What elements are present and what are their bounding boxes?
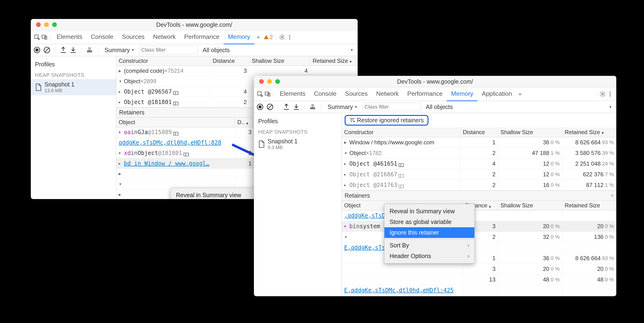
table-row[interactable]: 3 200 % 200 % [342,264,616,274]
collapse-icon[interactable]: ▼ [119,182,122,186]
menu-store-global[interactable]: Store as global variable [384,217,474,227]
menu-reveal[interactable]: Reveal in Summary view [171,190,261,199]
table-row[interactable]: 13 480 % 480 % [342,274,616,285]
expand-icon[interactable]: ▶ [119,90,122,94]
gc-icon[interactable] [309,103,316,111]
menu-reveal[interactable]: Reveal in Summary view [384,206,474,217]
view-dropdown[interactable]: Summary▼ [102,47,137,54]
class-filter-input[interactable] [139,46,198,54]
devtools-link-icon[interactable] [398,173,404,176]
tab-application[interactable]: Application [478,87,516,101]
tab-sources[interactable]: Sources [118,30,149,44]
collapse-icon[interactable]: ▼ [344,151,348,155]
chevron-down-icon[interactable]: ▼ [609,105,614,109]
tabs-overflow-icon[interactable]: » [254,34,262,40]
col-shallow[interactable]: Shallow Size [250,56,310,66]
tab-memory[interactable]: Memory [447,87,478,101]
col-shallow[interactable]: Shallow Size [498,201,562,210]
col-retained[interactable]: Retained Size [562,201,616,210]
snapshot-item[interactable]: Snapshot 1 9.3 MB [254,136,342,152]
gc-icon[interactable] [86,46,93,54]
expand-icon[interactable]: ▶ [344,141,348,144]
tab-performance[interactable]: Performance [180,30,224,44]
collapse-icon[interactable]: ▼ [119,151,122,155]
clear-icon[interactable] [266,103,274,111]
table-row[interactable]: E,qddgKe,sTs [342,242,616,253]
tab-sources[interactable]: Sources [341,87,372,101]
tab-elements[interactable]: Elements [52,30,86,44]
expand-icon[interactable]: ▶ [344,173,348,176]
kebab-icon[interactable] [286,34,294,41]
col-shallow[interactable]: Shallow Size [498,128,562,137]
col-retained[interactable]: Retained Size▼ [562,128,616,137]
devtools-link-icon[interactable] [173,90,178,94]
col-distance[interactable]: Distance [460,128,498,137]
table-row[interactable]: ▶Object @461651 4 120 % 2 251 04824 % [342,159,616,169]
col-constructor[interactable]: Constructor [342,128,460,137]
col-object[interactable]: Object [116,118,235,127]
devtools-link-icon[interactable] [398,183,404,187]
col-distance[interactable]: D..▲ [235,118,254,127]
devtools-link-icon[interactable] [184,151,189,155]
kebab-icon[interactable] [606,90,614,98]
expand-icon[interactable]: ▶ [119,193,122,196]
table-row[interactable]: ▼b in system / Context @? 3 200 % 200 % [342,221,616,232]
export-icon[interactable] [60,46,67,54]
import-icon[interactable] [70,46,77,54]
collapse-icon[interactable]: ▼ [119,79,122,83]
expand-icon[interactable]: ▶ [119,162,122,165]
gear-icon[interactable] [599,90,606,98]
expand-icon[interactable]: ▶ [344,162,348,166]
table-row[interactable]: ,qddgKe,sTsDMc,dtl0hd,eHDfl:932 [342,210,616,221]
export-icon[interactable] [282,103,290,111]
col-constructor[interactable]: Constructor [116,56,210,66]
device-toggle-icon[interactable] [41,34,48,41]
scope-dropdown[interactable]: All objects [424,104,455,110]
table-row[interactable]: ▶Window / https://www.google.com 1 360 %… [342,137,616,148]
collapse-icon[interactable]: ▼ [119,130,122,134]
clear-icon[interactable] [43,46,51,54]
tab-network[interactable]: Network [149,30,180,44]
tab-elements[interactable]: Elements [276,87,310,101]
table-row[interactable]: 1 360 % 8 626 66493 % [342,253,616,264]
tab-console[interactable]: Console [310,87,340,101]
record-icon[interactable] [256,103,264,111]
tab-memory[interactable]: Memory [224,30,254,44]
devtools-link-icon[interactable] [173,130,178,134]
class-filter-input[interactable] [362,103,421,111]
table-row[interactable]: ▶(compiled code) ×75214 3 4 [116,66,358,76]
device-toggle-icon[interactable] [264,90,272,98]
inspect-icon[interactable] [33,34,41,41]
expand-icon[interactable]: ▶ [119,100,122,104]
inspect-icon[interactable] [256,90,264,98]
collapse-icon[interactable]: ▼ [344,224,348,228]
expand-icon[interactable]: ▶ [344,183,348,187]
gear-icon[interactable] [278,34,286,41]
snapshot-item[interactable]: Snapshot 1 13.6 MB [31,79,116,95]
view-dropdown[interactable]: Summary▼ [325,104,360,110]
chevron-down-icon[interactable]: ▼ [350,48,355,52]
menu-ignore-retainer[interactable]: Ignore this retainer [384,227,474,238]
expand-icon[interactable]: ▶ [119,69,122,73]
tab-network[interactable]: Network [372,87,403,101]
scope-dropdown[interactable]: All objects [200,47,232,54]
col-distance[interactable]: Distance [210,56,250,66]
table-row[interactable]: ▶Object @241763 2 160 % 87 1121 % [342,180,616,191]
record-icon[interactable] [33,46,41,54]
tab-console[interactable]: Console [86,30,118,44]
collapse-icon[interactable]: ▼ [344,235,348,239]
expand-icon[interactable]: ▶ [119,172,122,176]
tabs-overflow-icon[interactable]: » [516,91,524,97]
table-row[interactable]: ▼ 2 320 % 1360 % [342,232,616,242]
warning-badge[interactable]: 2 [262,34,274,41]
hamburger-icon[interactable]: ≡ [611,193,614,198]
tab-performance[interactable]: Performance [403,87,447,101]
table-row[interactable]: ▶Object @216867 2 120 % 622 3767 % [342,169,616,180]
restore-ignored-button[interactable]: Restore ignored retainers [344,115,428,126]
devtools-link-icon[interactable] [173,100,178,104]
col-retained[interactable]: Retained Size▼ [310,56,358,66]
table-row[interactable]: E,qddgKe,sTsDMc,dtl0hd,eHDfl:425 [342,285,616,296]
menu-sort-by[interactable]: Sort By› [384,240,474,251]
devtools-link-icon[interactable] [398,162,404,166]
import-icon[interactable] [292,103,300,111]
